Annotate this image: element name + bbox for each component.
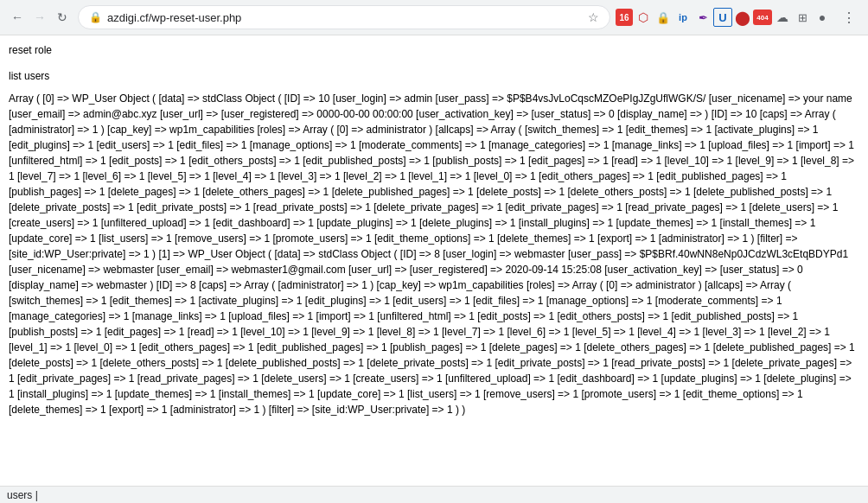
ext-icon-profile[interactable]: ● [813, 8, 832, 27]
ext-icon-u[interactable]: U [713, 8, 732, 27]
bookmark-icon[interactable]: ☆ [588, 10, 599, 24]
ext-icon-404[interactable]: 404 [753, 10, 772, 25]
address-bar[interactable]: 🔒 azdigi.cf/wp-reset-user.php ☆ [78, 5, 610, 29]
reset-role-section: reset role [9, 42, 859, 58]
ext-icon-ip[interactable]: ip [673, 8, 692, 27]
more-options-icon: ⋮ [842, 10, 856, 26]
reset-role-text: reset role [9, 44, 52, 56]
array-output: Array ( [0] => WP_User Object ( [data] =… [9, 91, 859, 417]
back-button[interactable]: ← [7, 7, 28, 28]
ext-icon-circle[interactable]: ⬤ [733, 8, 752, 27]
ext-icon-3[interactable]: 🔒 [654, 8, 673, 27]
browser-toolbar: ← → ↻ 🔒 azdigi.cf/wp-reset-user.php ☆ 16… [0, 0, 868, 35]
ext-icon-pen[interactable]: ✒ [693, 8, 712, 27]
forward-icon: → [34, 10, 46, 24]
ext-icon-cloud[interactable]: ☁ [773, 8, 792, 27]
ext-icon-grid[interactable]: ⊞ [793, 8, 812, 27]
ext-icon-1[interactable]: 16 [616, 9, 633, 26]
ext-icon-2[interactable]: ⬡ [634, 8, 653, 27]
nav-buttons: ← → ↻ [7, 7, 73, 28]
extension-icons: 16 ⬡ 🔒 ip ✒ U ⬤ 404 ☁ ⊞ ● [616, 8, 832, 27]
page-content: reset role list users Array ( [0] => WP_… [0, 35, 868, 424]
forward-button[interactable]: → [29, 7, 50, 28]
lock-icon: 🔒 [89, 11, 102, 23]
browser-chrome: ← → ↻ 🔒 azdigi.cf/wp-reset-user.php ☆ 16… [0, 0, 868, 35]
list-users-text: list users [9, 70, 49, 82]
reload-button[interactable]: ↻ [52, 7, 73, 28]
list-users-section: list users [9, 68, 859, 84]
more-options-button[interactable]: ⋮ [837, 5, 861, 29]
url-text: azdigi.cf/wp-reset-user.php [107, 11, 583, 24]
reload-icon: ↻ [57, 10, 67, 24]
back-icon: ← [11, 10, 23, 24]
